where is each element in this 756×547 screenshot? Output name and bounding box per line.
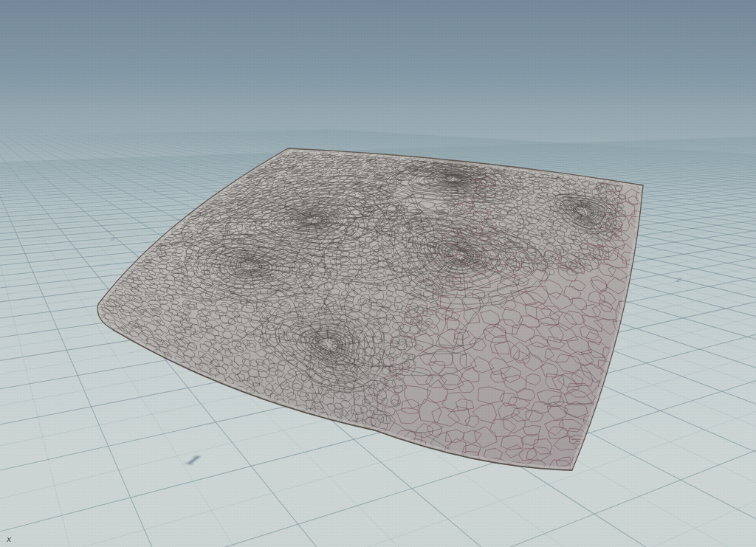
viewport-3d[interactable]: 1 1 1 x	[0, 0, 756, 547]
terrain-mesh-object[interactable]	[0, 0, 756, 547]
